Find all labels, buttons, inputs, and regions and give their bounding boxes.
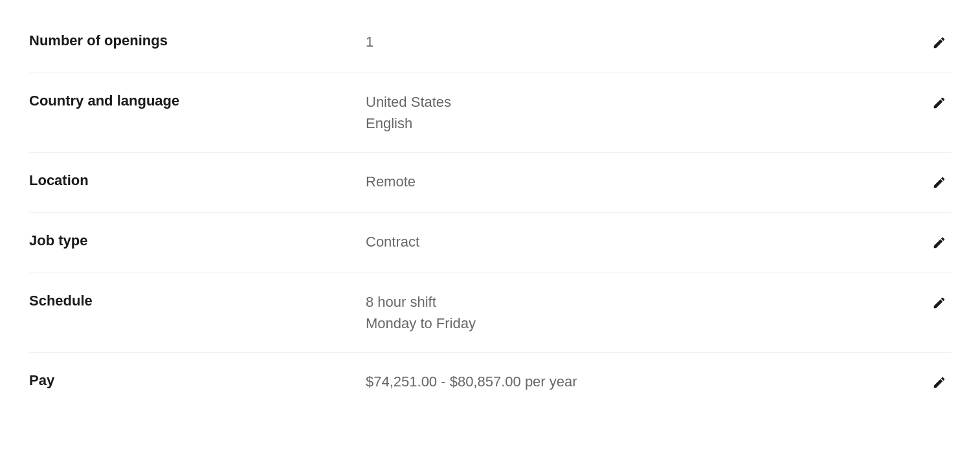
value-country-and-language: United StatesEnglish (366, 91, 915, 134)
label-number-of-openings: Number of openings (29, 31, 366, 49)
row-pay: Pay$74,251.00 - $80,857.00 per year (29, 353, 951, 412)
row-country-and-language: Country and languageUnited StatesEnglish (29, 73, 951, 153)
edit-button-pay[interactable] (928, 371, 951, 394)
label-job-type: Job type (29, 231, 366, 249)
row-schedule: Schedule8 hour shiftMonday to Friday (29, 273, 951, 353)
label-country-and-language: Country and language (29, 91, 366, 109)
label-location: Location (29, 171, 366, 189)
row-number-of-openings: Number of openings1 (29, 13, 951, 73)
value-number-of-openings: 1 (366, 31, 915, 52)
edit-button-number-of-openings[interactable] (928, 31, 951, 54)
label-schedule: Schedule (29, 291, 366, 309)
edit-button-schedule[interactable] (928, 291, 951, 315)
value-job-type: Contract (366, 231, 915, 252)
pencil-icon (932, 175, 946, 190)
edit-button-job-type[interactable] (928, 231, 951, 254)
edit-button-location[interactable] (928, 171, 951, 194)
pencil-icon (932, 36, 946, 50)
pencil-icon (932, 96, 946, 110)
label-pay: Pay (29, 371, 366, 389)
job-details-table: Number of openings1 Country and language… (0, 0, 980, 425)
value-pay: $74,251.00 - $80,857.00 per year (366, 371, 915, 392)
value-schedule: 8 hour shiftMonday to Friday (366, 291, 915, 334)
pencil-icon (932, 236, 946, 250)
row-location: LocationRemote (29, 153, 951, 213)
pencil-icon (932, 375, 946, 390)
pencil-icon (932, 296, 946, 310)
value-location: Remote (366, 171, 915, 192)
row-job-type: Job typeContract (29, 213, 951, 273)
edit-button-country-and-language[interactable] (928, 91, 951, 115)
